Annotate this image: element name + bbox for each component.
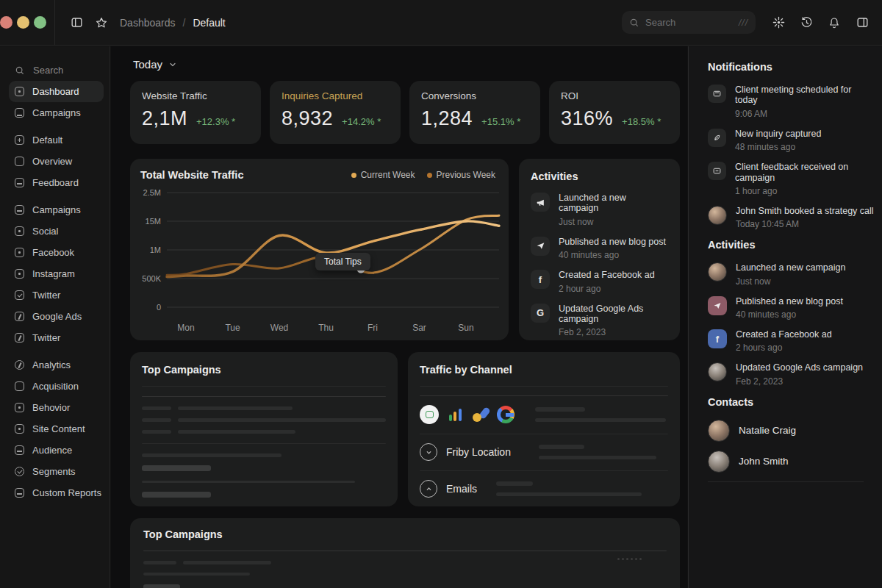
contact-item[interactable]: John Smith xyxy=(708,451,876,473)
paper-plane-icon xyxy=(708,296,727,315)
left-sidebar: Search Dashboard Campaigns Default Overv… xyxy=(0,46,110,588)
instagram-icon xyxy=(15,269,24,279)
svg-text:Fri: Fri xyxy=(368,323,378,333)
avatar xyxy=(708,262,727,282)
sidebar-toggle-icon[interactable] xyxy=(64,10,89,35)
window-close-button[interactable] xyxy=(0,16,12,29)
divider xyxy=(142,386,386,387)
sidebar-item-audience[interactable]: Audience xyxy=(9,440,104,461)
campaigns-icon xyxy=(15,108,24,118)
skeleton-bar xyxy=(178,430,295,434)
search-shortcut-hint: /// xyxy=(739,18,748,28)
activity-item[interactable]: Launched a new campaign Just now xyxy=(531,193,668,227)
sidebar-item-custom-reports[interactable]: Custom Reports xyxy=(9,482,104,503)
activity-item[interactable]: Launched a new campaign Just now xyxy=(708,262,876,286)
favorite-star-icon[interactable] xyxy=(89,10,114,35)
social-icon xyxy=(15,226,24,236)
google-analytics-icon[interactable] xyxy=(445,409,465,421)
history-icon[interactable] xyxy=(794,10,819,35)
skeleton-bar xyxy=(539,445,584,449)
skeleton-bar xyxy=(142,453,282,457)
breadcrumb-separator: / xyxy=(183,17,186,29)
facebook-icon: f xyxy=(531,270,550,289)
skeleton-bar xyxy=(496,481,533,486)
svg-text:Sar: Sar xyxy=(412,323,426,333)
svg-text:1M: 1M xyxy=(150,245,161,254)
kpi-value: 316% xyxy=(561,107,613,130)
breadcrumb-page[interactable]: Default xyxy=(193,17,225,29)
facebook-icon xyxy=(15,248,24,257)
bottom-campaigns-title: Top Campaigns xyxy=(143,528,667,540)
sidebar-item-dashboard[interactable]: Dashboard xyxy=(9,81,104,102)
sidebar-item-campaigns-2[interactable]: Campaigns xyxy=(9,199,104,220)
legend-current-week[interactable]: Current Week xyxy=(351,170,415,180)
skeleton-bar xyxy=(183,561,271,564)
google-photos-icon[interactable] xyxy=(420,405,439,424)
sidebar-item-segments[interactable]: Segments xyxy=(9,461,104,482)
search-input[interactable] xyxy=(645,17,733,28)
legend-previous-week[interactable]: Previous Week xyxy=(427,170,495,180)
google-g-icon[interactable] xyxy=(497,406,514,423)
audience-icon xyxy=(15,445,24,455)
sidebar-item-overview[interactable]: Overview xyxy=(9,151,104,172)
activity-item[interactable]: f Created a Facebook ad 2 hour ago xyxy=(531,270,668,293)
avatar xyxy=(708,206,727,225)
sidebar-item-default[interactable]: Default xyxy=(9,129,104,151)
period-label: Today xyxy=(133,58,162,71)
skeleton-bar xyxy=(143,573,250,576)
google-ads-icon[interactable] xyxy=(471,405,490,424)
kpi-row: Website Traffic 2,1M +12.3% * Inquiries … xyxy=(130,81,680,144)
skeleton-bar xyxy=(142,465,211,471)
window-zoom-button[interactable] xyxy=(34,16,46,29)
notification-item[interactable]: Client meeting scheduled for today 9:06 … xyxy=(708,85,876,119)
paper-plane-icon xyxy=(531,237,550,256)
contacts-title: Contacts xyxy=(708,396,876,408)
activities-title: Activities xyxy=(531,171,668,182)
sidebar-item-twitter[interactable]: Twitter xyxy=(9,284,104,306)
top-campaigns-card: Top Campaigns xyxy=(130,352,398,506)
faint-dots xyxy=(617,558,642,560)
right-panel: Notifications Client meeting scheduled f… xyxy=(688,46,882,588)
skeleton-bar xyxy=(142,418,171,422)
channel-row-label: Emails xyxy=(446,483,477,495)
sidebar-search-label: Search xyxy=(33,65,63,76)
divider xyxy=(420,386,668,387)
contact-item[interactable]: Natalie Craig xyxy=(708,420,876,442)
sidebar-item-social[interactable]: Social xyxy=(9,220,104,242)
sidebar-item-site-content[interactable]: Site Content xyxy=(9,418,104,440)
breadcrumb-section[interactable]: Dashboards xyxy=(120,17,176,29)
right-panel-toggle-icon[interactable] xyxy=(850,10,875,35)
global-search[interactable]: /// xyxy=(622,11,756,34)
sidebar-item-campaigns[interactable]: Campaigns xyxy=(9,102,104,123)
activity-item[interactable]: Published a new blog post 40 minutes ago xyxy=(531,237,668,260)
notifications-bell-icon[interactable] xyxy=(822,10,847,35)
sidebar-item-feedboard[interactable]: Feedboard xyxy=(9,172,104,193)
sidebar-item-facebook[interactable]: Facebook xyxy=(9,242,104,263)
sidebar-item-twitter-2[interactable]: Twitter xyxy=(9,327,104,348)
kpi-title: Conversions xyxy=(421,90,528,101)
activity-item[interactable]: G Updated Google Ads campaign Feb 2, 202… xyxy=(531,304,668,338)
theme-toggle-icon[interactable] xyxy=(766,10,791,35)
sidebar-item-google-ads[interactable]: Google Ads xyxy=(9,306,104,327)
facebook-icon: f xyxy=(708,329,727,348)
window-minimize-button[interactable] xyxy=(17,16,29,29)
sidebar-item-analytics[interactable]: Analytics xyxy=(9,354,104,376)
sidebar-item-instagram[interactable]: Instagram xyxy=(9,263,104,284)
notification-item[interactable]: John Smith booked a strategy call Today … xyxy=(708,206,876,229)
avatar xyxy=(708,362,727,381)
twitter-icon xyxy=(15,290,24,300)
activity-item[interactable]: Published a new blog post 40 minutes ago xyxy=(708,296,876,320)
activity-item[interactable]: f Created a Facebook ad 2 hours ago xyxy=(708,329,876,353)
notification-item[interactable]: New inquiry captured 48 minutes ago xyxy=(708,129,876,152)
activity-item[interactable]: Updated Google Ads campaign Feb 2, 2023 xyxy=(708,362,876,386)
divider xyxy=(420,470,668,471)
sidebar-item-behovior[interactable]: Behovior xyxy=(9,397,104,418)
skeleton-bar xyxy=(142,430,171,434)
period-selector[interactable]: Today xyxy=(130,58,680,71)
sidebar-search[interactable]: Search xyxy=(9,60,104,81)
notification-item[interactable]: Client feedback received on campaign 1 h… xyxy=(708,162,876,196)
channel-icons xyxy=(420,405,514,424)
dashboard-icon xyxy=(15,87,24,96)
sidebar-item-acquisition[interactable]: Acquisition xyxy=(9,376,104,397)
add-default-icon xyxy=(15,135,24,145)
